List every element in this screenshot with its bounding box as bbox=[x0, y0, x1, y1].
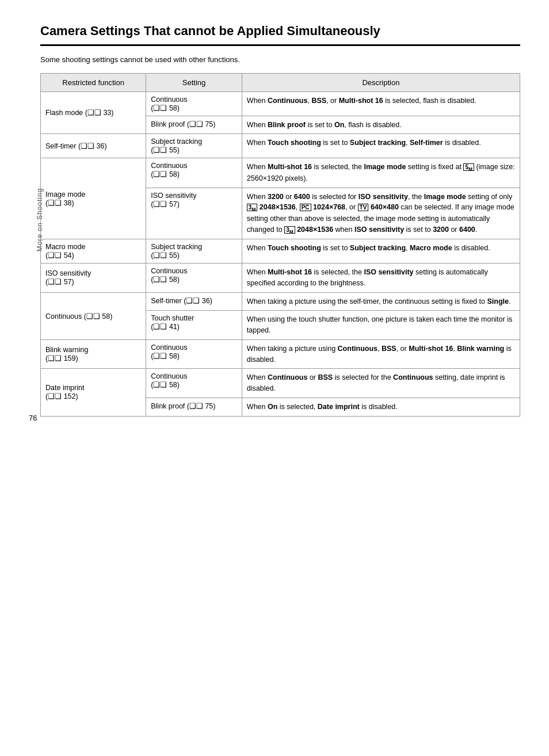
table-row: Flash mode (❑❑ 33)Continuous(❑❑ 58)When … bbox=[41, 91, 520, 116]
setting-cell: Continuous(❑❑ 58) bbox=[146, 91, 242, 116]
sidebar-label: More on Shooting bbox=[36, 188, 44, 251]
description-cell: When Multi-shot 16 is selected, the Imag… bbox=[242, 158, 520, 188]
table-row: Continuous (❑❑ 58)Self-timer (❑❑ 36)When… bbox=[41, 292, 520, 311]
header-restricted: Restricted function bbox=[41, 73, 146, 91]
restricted-cell: Flash mode (❑❑ 33) bbox=[41, 91, 146, 134]
description-cell: When On is selected, Date imprint is dis… bbox=[242, 398, 520, 416]
table-row: ISO sensitivity(❑❑ 57)Continuous(❑❑ 58)W… bbox=[41, 264, 520, 293]
page-container: More on Shooting Camera Settings That ca… bbox=[0, 0, 549, 440]
table-row: Macro mode(❑❑ 54)Subject tracking(❑❑ 55)… bbox=[41, 239, 520, 264]
setting-cell: Continuous(❑❑ 58) bbox=[146, 158, 242, 188]
header-description: Description bbox=[242, 73, 520, 91]
description-cell: When 3200 or 6400 is selected for ISO se… bbox=[242, 188, 520, 239]
description-cell: When Continuous or BSS is selected for t… bbox=[242, 369, 520, 398]
setting-cell: Self-timer (❑❑ 36) bbox=[146, 292, 242, 311]
restricted-cell: Self-timer (❑❑ 36) bbox=[41, 134, 146, 158]
setting-cell: ISO sensitivity(❑❑ 57) bbox=[146, 188, 242, 239]
settings-table: Restricted function Setting Description … bbox=[40, 73, 520, 417]
restricted-cell: Blink warning(❑❑ 159) bbox=[41, 339, 146, 369]
table-row: Date imprint(❑❑ 152)Continuous(❑❑ 58)Whe… bbox=[41, 369, 520, 398]
header-setting: Setting bbox=[146, 73, 242, 91]
setting-cell: Continuous(❑❑ 58) bbox=[146, 369, 242, 398]
description-cell: When taking a picture using the self-tim… bbox=[242, 292, 520, 311]
description-cell: When Multi-shot 16 is selected, the ISO … bbox=[242, 264, 520, 293]
restricted-cell: Date imprint(❑❑ 152) bbox=[41, 369, 146, 416]
page-title: Camera Settings That cannot be Applied S… bbox=[40, 23, 520, 46]
description-cell: When Continuous, BSS, or Multi-shot 16 i… bbox=[242, 91, 520, 116]
setting-cell: Subject tracking(❑❑ 55) bbox=[146, 239, 242, 264]
table-row: Blink warning(❑❑ 159)Continuous(❑❑ 58)Wh… bbox=[41, 339, 520, 369]
restricted-cell: ISO sensitivity(❑❑ 57) bbox=[41, 264, 146, 293]
page-number: 76 bbox=[29, 414, 37, 422]
setting-cell: Subject tracking(❑❑ 55) bbox=[146, 134, 242, 158]
intro-text: Some shooting settings cannot be used wi… bbox=[40, 55, 520, 64]
setting-cell: Touch shutter(❑❑ 41) bbox=[146, 311, 242, 340]
description-cell: When Touch shooting is set to Subject tr… bbox=[242, 134, 520, 158]
restricted-cell: Image mode(❑❑ 38) bbox=[41, 158, 146, 239]
restricted-cell: Macro mode(❑❑ 54) bbox=[41, 239, 146, 264]
description-cell: When using the touch shutter function, o… bbox=[242, 311, 520, 340]
table-row: Image mode(❑❑ 38)Continuous(❑❑ 58)When M… bbox=[41, 158, 520, 188]
setting-cell: Continuous(❑❑ 58) bbox=[146, 264, 242, 293]
description-cell: When Blink proof is set to On, flash is … bbox=[242, 116, 520, 134]
setting-cell: Blink proof (❑❑ 75) bbox=[146, 116, 242, 134]
setting-cell: Blink proof (❑❑ 75) bbox=[146, 398, 242, 416]
setting-cell: Continuous(❑❑ 58) bbox=[146, 339, 242, 369]
restricted-cell: Continuous (❑❑ 58) bbox=[41, 292, 146, 339]
description-cell: When Touch shooting is set to Subject tr… bbox=[242, 239, 520, 264]
table-row: Self-timer (❑❑ 36)Subject tracking(❑❑ 55… bbox=[41, 134, 520, 158]
description-cell: When taking a picture using Continuous, … bbox=[242, 339, 520, 369]
